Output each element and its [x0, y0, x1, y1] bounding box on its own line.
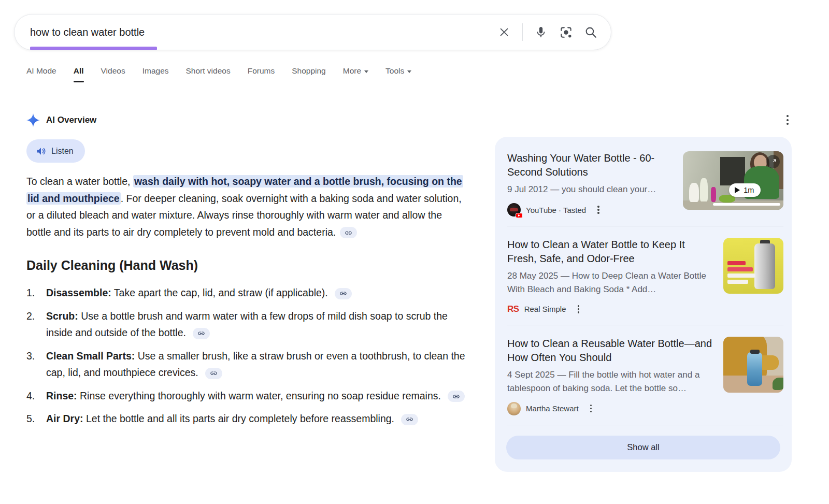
tab-tools-label: Tools	[385, 66, 404, 76]
article-thumbnail[interactable]	[723, 238, 783, 294]
step-label: Air Dry:	[46, 413, 83, 424]
video-thumbnail[interactable]: 1m	[683, 151, 783, 210]
source-label: YouTube · Tasted	[526, 206, 586, 214]
sources-panel: Washing Your Water Bottle - 60-Second So…	[495, 137, 792, 472]
ai-overview-title: AI Overview	[46, 115, 96, 125]
list-item: 1. Disassemble: Take apart the cap, lid,…	[26, 284, 468, 301]
list-item: 3. Clean Small Parts: Use a smaller brus…	[26, 348, 468, 381]
intro-pre: To clean a water bottle,	[26, 176, 133, 187]
play-icon	[735, 187, 740, 193]
tab-more[interactable]: More	[343, 66, 368, 82]
step-text: Let the bottle and all its parts air dry…	[83, 413, 397, 424]
microphone-icon[interactable]	[534, 25, 548, 39]
list-item: 4. Rinse: Rinse everything thoroughly wi…	[26, 387, 468, 405]
source-label: Martha Stewart	[526, 404, 579, 413]
citation-link-icon[interactable]	[448, 391, 465, 402]
source-card-real-simple[interactable]: How to Clean a Water Bottle to Keep It F…	[495, 226, 792, 325]
citation-link-icon[interactable]	[193, 328, 210, 339]
listen-button[interactable]: Listen	[26, 139, 85, 163]
step-number: 3.	[26, 348, 46, 381]
show-all-button[interactable]: Show all	[506, 436, 780, 459]
citation-link-icon[interactable]	[335, 288, 352, 299]
tab-forums[interactable]: Forums	[248, 66, 275, 82]
citation-link-icon[interactable]	[340, 227, 357, 238]
card-menu-icon[interactable]	[576, 303, 582, 315]
list-item: 5. Air Dry: Let the bottle and all its p…	[26, 410, 468, 427]
chevron-down-icon	[364, 70, 368, 73]
tab-tools[interactable]: Tools	[385, 66, 411, 82]
chevron-down-icon	[407, 70, 411, 73]
expand-icon[interactable]	[766, 155, 780, 168]
results-tab-bar: AI Mode All Videos Images Short videos F…	[26, 66, 411, 82]
step-number: 4.	[26, 387, 46, 405]
ai-overview-header: AI Overview	[26, 112, 792, 128]
avatar	[507, 402, 521, 415]
tab-shopping[interactable]: Shopping	[292, 66, 326, 82]
source-card-youtube[interactable]: Washing Your Water Bottle - 60-Second So…	[495, 140, 792, 226]
card-title[interactable]: Washing Your Water Bottle - 60-Second So…	[507, 151, 674, 179]
tab-videos[interactable]: Videos	[101, 66, 125, 82]
step-label: Disassemble:	[46, 287, 111, 298]
tab-all[interactable]: All	[74, 66, 84, 82]
overview-paragraph: To clean a water bottle, wash daily with…	[26, 173, 468, 240]
video-duration: 1m	[744, 186, 754, 194]
search-bar[interactable]	[14, 14, 611, 50]
card-snippet: 9 Jul 2012 — you should clean your…	[507, 183, 674, 196]
step-number: 1.	[26, 284, 46, 301]
card-snippet: 4 Sept 2025 — Fill the bottle with hot w…	[507, 368, 714, 395]
ai-overview-body: To clean a water bottle, wash daily with…	[26, 173, 468, 434]
card-menu-icon[interactable]	[588, 402, 594, 415]
ai-sparkle-icon	[26, 113, 40, 127]
card-title[interactable]: How to Clean a Reusable Water Bottle—and…	[507, 337, 714, 365]
cleaning-steps-list: 1. Disassemble: Take apart the cap, lid,…	[26, 284, 468, 427]
play-button[interactable]: 1m	[729, 183, 761, 197]
step-number: 5.	[26, 410, 46, 427]
step-label: Clean Small Parts:	[46, 350, 135, 362]
tab-images[interactable]: Images	[142, 66, 169, 82]
search-bar-divider	[522, 23, 523, 41]
video-progress-bar	[713, 203, 780, 206]
card-snippet: 28 May 2025 — How to Deep Clean a Water …	[507, 269, 714, 296]
source-card-martha-stewart[interactable]: How to Clean a Reusable Water Bottle—and…	[495, 325, 792, 425]
article-thumbnail[interactable]	[723, 337, 783, 393]
step-label: Scrub:	[46, 310, 78, 322]
section-heading: Daily Cleaning (Hand Wash)	[26, 258, 468, 273]
search-loading-indicator	[30, 47, 157, 50]
card-title[interactable]: How to Clean a Water Bottle to Keep It F…	[507, 238, 714, 266]
step-label: Rinse:	[46, 390, 77, 401]
listen-label: Listen	[51, 147, 74, 156]
list-item: 2. Scrub: Use a bottle brush and warm wa…	[26, 308, 468, 341]
tab-ai-mode[interactable]: AI Mode	[26, 66, 56, 82]
real-simple-logo: RS	[507, 304, 519, 314]
clear-icon[interactable]	[497, 25, 511, 39]
search-input[interactable]	[15, 26, 497, 38]
google-lens-icon[interactable]	[559, 25, 573, 39]
tab-short-videos[interactable]: Short videos	[186, 66, 231, 82]
overview-menu-icon[interactable]	[783, 112, 792, 128]
step-number: 2.	[26, 308, 46, 341]
card-menu-icon[interactable]	[595, 204, 602, 216]
step-text: Use a bottle brush and warm water with a…	[46, 310, 448, 339]
citation-link-icon[interactable]	[401, 414, 418, 425]
tab-more-label: More	[343, 66, 361, 76]
citation-link-icon[interactable]	[205, 368, 222, 379]
youtube-badge-icon	[516, 213, 523, 219]
avatar	[507, 203, 521, 217]
step-text: Rinse everything thoroughly with warm wa…	[77, 390, 444, 401]
speaker-icon	[36, 146, 46, 156]
source-label: Real Simple	[524, 305, 566, 313]
search-icon[interactable]	[584, 25, 597, 39]
step-text: Take apart the cap, lid, and straw (if a…	[111, 287, 331, 298]
